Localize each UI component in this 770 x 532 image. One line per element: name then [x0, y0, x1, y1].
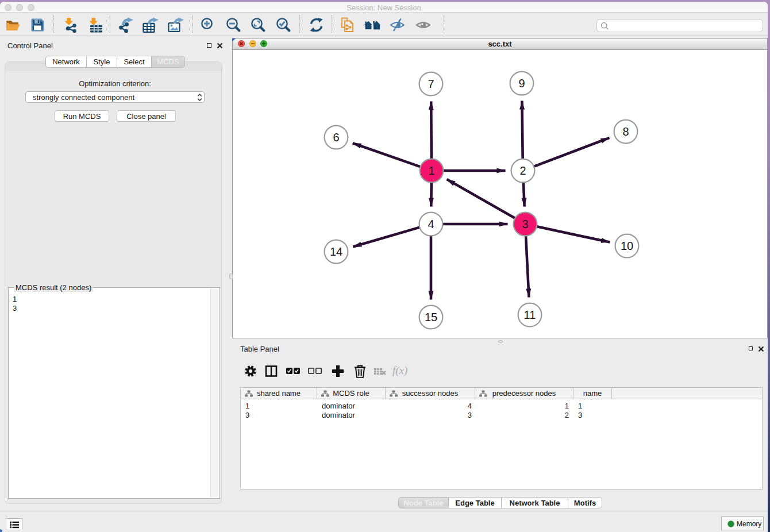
svg-text:14: 14 [330, 245, 342, 258]
svg-text:15: 15 [425, 311, 437, 323]
svg-text:7: 7 [428, 78, 434, 90]
svg-text:4: 4 [428, 218, 434, 230]
svg-text:1: 1 [428, 164, 434, 177]
svg-text:3: 3 [522, 218, 528, 230]
svg-text:11: 11 [524, 309, 536, 321]
svg-text:2: 2 [519, 164, 526, 177]
svg-text:9: 9 [518, 77, 525, 90]
svg-text:10: 10 [621, 240, 633, 252]
svg-text:8: 8 [622, 125, 629, 138]
svg-text:6: 6 [333, 131, 339, 144]
